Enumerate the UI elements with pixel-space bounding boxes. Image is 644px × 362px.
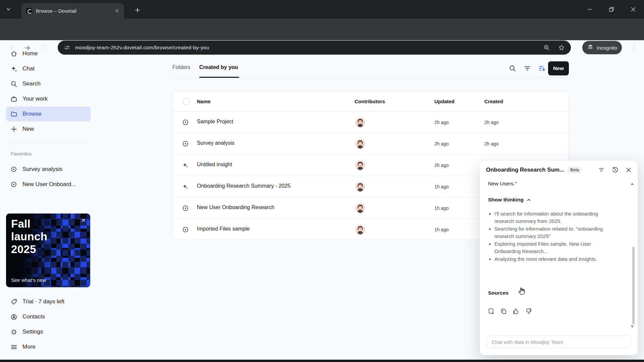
bookmark-star-icon[interactable] bbox=[558, 44, 565, 51]
tab-favicon bbox=[26, 8, 32, 14]
sidebar-divider bbox=[6, 142, 91, 142]
scrollbar-up-arrow[interactable] bbox=[631, 183, 634, 185]
sidebar-item-label: Settings bbox=[22, 328, 43, 335]
chevron-down-icon bbox=[6, 7, 11, 12]
table-row-sample-project[interactable]: Sample Project 2h ago 2h ago bbox=[173, 112, 569, 133]
filter-button[interactable] bbox=[523, 64, 531, 72]
promo-close-icon[interactable] bbox=[80, 217, 87, 224]
sidebar-item-new[interactable]: New bbox=[6, 122, 91, 136]
window-restore-button[interactable] bbox=[601, 0, 622, 18]
row-name: Untitled insight bbox=[197, 162, 232, 168]
column-header-contributors[interactable]: Contributors bbox=[355, 99, 385, 104]
address-bar[interactable]: moodjoy-team-2h2v.dovetail.com/browse/cr… bbox=[58, 41, 571, 55]
column-header-name[interactable]: Name bbox=[197, 99, 211, 104]
sidebar-item-label: Trial · 7 days left bbox=[22, 298, 64, 305]
project-target-icon bbox=[182, 226, 189, 233]
browser-tabstrip: Browse – Dovetail bbox=[0, 0, 644, 18]
row-updated: 1h ago bbox=[434, 184, 449, 189]
sidebar-item-settings[interactable]: Settings bbox=[6, 324, 91, 339]
briefcase-icon bbox=[10, 95, 17, 103]
mouse-cursor bbox=[517, 287, 526, 296]
browser-toolbar: moodjoy-team-2h2v.dovetail.com/browse/cr… bbox=[0, 18, 644, 40]
new-button[interactable]: New bbox=[548, 61, 569, 75]
avatar bbox=[355, 139, 365, 149]
window-close-button[interactable] bbox=[623, 0, 644, 18]
sidebar-nav: Home Chat Search Your work Browse bbox=[6, 46, 91, 137]
tab-search-button[interactable] bbox=[3, 4, 13, 14]
sort-button[interactable] bbox=[538, 64, 546, 72]
column-header-created[interactable]: Created bbox=[484, 99, 503, 104]
project-target-icon bbox=[182, 119, 189, 126]
window-minimize-button[interactable] bbox=[579, 0, 600, 18]
url-text: moodjoy-team-2h2v.dovetail.com/browse/cr… bbox=[75, 45, 209, 51]
chat-panel-header: Onboarding Research Sum... Beta bbox=[480, 161, 638, 179]
insight-sparkle-icon bbox=[182, 162, 189, 169]
table-row-survey-analysis[interactable]: Survey analysis 2h ago 2h ago bbox=[173, 133, 569, 155]
sources-toggle[interactable]: Sources bbox=[488, 290, 508, 296]
folder-icon bbox=[10, 110, 17, 118]
sidebar-item-more[interactable]: More bbox=[6, 340, 91, 354]
zoom-icon[interactable] bbox=[543, 44, 550, 51]
thumbs-down-icon[interactable] bbox=[525, 307, 532, 315]
browser-tab[interactable]: Browse – Dovetail bbox=[21, 3, 124, 18]
favorite-item-new-user-onboarding[interactable]: New User Onboard... bbox=[6, 177, 91, 192]
thinking-step: Searching for information related to: "o… bbox=[494, 225, 610, 240]
avatar bbox=[355, 182, 365, 192]
window-bottom-edge bbox=[0, 360, 644, 362]
sidebar-item-browse[interactable]: Browse bbox=[6, 107, 91, 121]
browser-menu-button[interactable] bbox=[628, 42, 640, 54]
plus-icon bbox=[135, 7, 140, 13]
sidebar-item-home[interactable]: Home bbox=[6, 46, 91, 61]
sidebar-footer: Trial · 7 days left Contacts Settings Mo… bbox=[6, 294, 91, 355]
select-all-checkbox[interactable] bbox=[183, 98, 190, 105]
scrollbar-thumb[interactable] bbox=[632, 247, 635, 324]
chat-filter-icon[interactable] bbox=[598, 167, 605, 173]
incognito-icon bbox=[587, 44, 594, 51]
row-updated: 2h ago bbox=[434, 120, 449, 125]
incognito-badge: Incognito bbox=[582, 41, 622, 54]
row-name: New User Onboarding Research bbox=[197, 204, 274, 210]
target-icon bbox=[10, 166, 17, 173]
thinking-step: I'll search for information about the on… bbox=[494, 210, 610, 225]
avatar bbox=[355, 160, 365, 170]
favorite-item-survey-analysis[interactable]: Survey analysis bbox=[6, 162, 91, 177]
avatar bbox=[355, 203, 365, 213]
incognito-label: Incognito bbox=[597, 45, 617, 51]
row-created: 2h ago bbox=[484, 141, 499, 146]
row-name: Imported Files sample bbox=[197, 226, 250, 232]
chat-history-icon[interactable] bbox=[612, 167, 619, 173]
tab-folders[interactable]: Folders bbox=[172, 64, 190, 70]
show-thinking-toggle[interactable]: Show thinking bbox=[488, 197, 531, 203]
promo-link[interactable]: See what's new bbox=[11, 277, 46, 283]
favorites-heading: Favorites bbox=[11, 151, 32, 157]
sidebar-item-contacts[interactable]: Contacts bbox=[6, 309, 91, 324]
avatar bbox=[355, 225, 365, 235]
sidebar-item-chat[interactable]: Chat bbox=[6, 61, 91, 76]
row-updated: 2h ago bbox=[434, 163, 449, 168]
sidebar-item-search[interactable]: Search bbox=[6, 76, 91, 91]
search-button[interactable] bbox=[508, 64, 517, 72]
sidebar-item-label: New bbox=[22, 126, 34, 132]
promo-card-fall-launch[interactable]: Fall launch 2025 See what's new bbox=[6, 214, 90, 287]
add-highlight-icon[interactable] bbox=[487, 307, 495, 315]
beta-badge: Beta bbox=[568, 167, 582, 173]
plus-icon bbox=[10, 125, 17, 133]
thumbs-up-icon[interactable] bbox=[512, 307, 520, 315]
sidebar-item-your-work[interactable]: Your work bbox=[6, 92, 91, 106]
message-actions bbox=[487, 307, 532, 315]
sidebar-item-label: Your work bbox=[22, 96, 48, 102]
new-tab-button[interactable] bbox=[133, 5, 142, 15]
row-created: 2h ago bbox=[484, 120, 499, 125]
chat-input[interactable] bbox=[487, 336, 631, 348]
column-header-updated[interactable]: Updated bbox=[434, 99, 454, 104]
scrollbar-down-arrow[interactable] bbox=[631, 325, 634, 328]
chat-close-icon[interactable] bbox=[626, 167, 632, 173]
copy-icon[interactable] bbox=[500, 307, 507, 315]
sidebar-item-trial[interactable]: Trial · 7 days left bbox=[6, 294, 91, 309]
tab-close-icon[interactable] bbox=[115, 8, 119, 13]
show-thinking-label: Show thinking bbox=[488, 197, 524, 203]
tag-icon bbox=[10, 298, 17, 305]
gear-icon bbox=[10, 328, 17, 336]
tab-created-by-you[interactable]: Created by you bbox=[199, 64, 238, 70]
tab-title: Browse – Dovetail bbox=[36, 8, 111, 14]
